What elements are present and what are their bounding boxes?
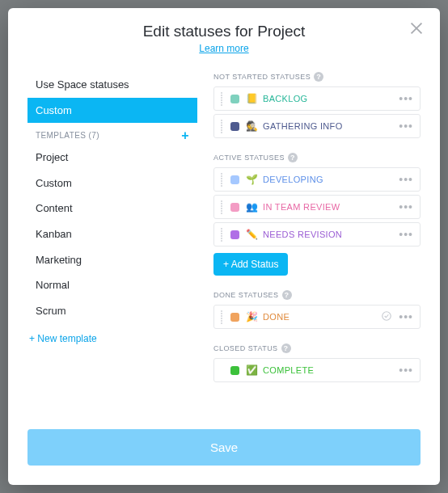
drag-handle-icon[interactable] [218, 120, 226, 133]
template-item[interactable]: Scrum [27, 298, 197, 324]
custom-option[interactable]: Custom [27, 98, 197, 124]
svg-point-2 [382, 312, 391, 321]
left-panel: Use Space statuses Custom TEMPLATES (7) … [27, 72, 197, 418]
right-panel: NOT STARTED STATUSES ? 📒BACKLOG•••🕵️GATH… [213, 72, 421, 418]
help-icon[interactable]: ? [281, 343, 291, 353]
status-emoji-icon: 🌱 [246, 174, 258, 185]
new-template-link[interactable]: + New template [27, 323, 197, 354]
status-color-swatch[interactable] [230, 95, 239, 103]
status-name: GATHERING INFO [263, 121, 394, 131]
status-row[interactable]: 👥IN TEAM REVIEW••• [213, 195, 421, 219]
status-name: COMPLETE [263, 365, 394, 375]
not-started-label: NOT STARTED STATUSES ? [213, 72, 421, 82]
status-name: DEVELOPING [263, 175, 394, 184]
more-options-icon[interactable]: ••• [394, 173, 418, 186]
templates-label: TEMPLATES (7) [36, 131, 99, 140]
status-emoji-icon: 👥 [246, 201, 258, 213]
template-item[interactable]: Project [27, 145, 197, 171]
drag-handle-icon[interactable] [218, 173, 226, 187]
help-icon[interactable]: ? [282, 290, 292, 300]
status-row[interactable]: ✏️NEEDS REVISION••• [213, 222, 421, 247]
done-group: DONE STATUSES ? 🎉DONE••• [213, 290, 421, 329]
drag-handle-icon[interactable] [218, 92, 226, 106]
status-color-swatch[interactable] [230, 203, 239, 212]
status-color-swatch[interactable] [230, 366, 239, 375]
more-options-icon[interactable]: ••• [394, 120, 418, 133]
edit-statuses-modal: Edit statuses for Project Learn more Use… [8, 8, 440, 485]
drag-handle-icon[interactable] [218, 228, 226, 242]
help-icon[interactable]: ? [288, 153, 298, 162]
status-row[interactable]: ✅COMPLETE••• [213, 358, 421, 382]
status-row[interactable]: 🕵️GATHERING INFO••• [213, 114, 421, 138]
status-color-swatch[interactable] [230, 175, 239, 184]
done-label: DONE STATUSES ? [213, 290, 421, 300]
more-options-icon[interactable]: ••• [394, 310, 418, 323]
status-name: IN TEAM REVIEW [263, 202, 394, 212]
not-started-group: NOT STARTED STATUSES ? 📒BACKLOG•••🕵️GATH… [213, 72, 421, 138]
add-template-button[interactable]: + [181, 132, 189, 140]
modal-title: Edit statuses for Project [24, 23, 424, 40]
closed-group: CLOSED STATUS ? ✅COMPLETE••• [213, 343, 421, 382]
modal-footer: Save [8, 421, 440, 485]
status-color-swatch[interactable] [230, 230, 239, 239]
add-status-button[interactable]: + Add Status [213, 253, 288, 276]
status-row[interactable]: 📒BACKLOG••• [213, 86, 421, 111]
templates-list: ProjectCustomContentKanbanMarketingNorma… [27, 145, 197, 323]
more-options-icon[interactable]: ••• [394, 364, 418, 377]
status-emoji-icon: 🎉 [246, 311, 258, 322]
use-space-statuses[interactable]: Use Space statuses [27, 72, 197, 98]
template-item[interactable]: Custom [27, 171, 197, 196]
status-color-swatch[interactable] [230, 122, 239, 131]
status-emoji-icon: 🕵️ [246, 120, 258, 132]
status-color-swatch[interactable] [230, 313, 239, 322]
status-name: BACKLOG [263, 94, 394, 103]
template-item[interactable]: Normal [27, 272, 197, 298]
more-options-icon[interactable]: ••• [394, 228, 418, 241]
drag-handle-icon[interactable] [218, 310, 226, 324]
more-options-icon[interactable]: ••• [394, 92, 418, 105]
templates-section-header: TEMPLATES (7) + [27, 123, 197, 145]
active-group: ACTIVE STATUSES ? 🌱DEVELOPING•••👥IN TEAM… [213, 153, 421, 276]
template-item[interactable]: Content [27, 196, 197, 221]
modal-body: Use Space statuses Custom TEMPLATES (7) … [8, 59, 440, 421]
help-icon[interactable]: ? [314, 72, 323, 82]
closed-label: CLOSED STATUS ? [213, 343, 421, 353]
close-button[interactable] [408, 19, 425, 37]
status-emoji-icon: 📒 [246, 93, 258, 104]
status-name: NEEDS REVISION [263, 230, 394, 239]
more-options-icon[interactable]: ••• [394, 200, 418, 213]
status-emoji-icon: ✏️ [246, 229, 258, 240]
modal-header: Edit statuses for Project Learn more [8, 8, 440, 59]
template-item[interactable]: Marketing [27, 247, 197, 273]
status-name: DONE [263, 312, 381, 322]
check-circle-icon[interactable] [381, 310, 392, 323]
close-icon [408, 19, 425, 37]
template-item[interactable]: Kanban [27, 221, 197, 247]
status-emoji-icon: ✅ [246, 364, 258, 376]
save-button[interactable]: Save [27, 429, 421, 466]
learn-more-link[interactable]: Learn more [24, 43, 424, 54]
status-row[interactable]: 🌱DEVELOPING••• [213, 167, 421, 192]
drag-handle-icon[interactable] [218, 200, 226, 214]
status-row[interactable]: 🎉DONE••• [213, 305, 421, 329]
active-label: ACTIVE STATUSES ? [213, 153, 421, 162]
